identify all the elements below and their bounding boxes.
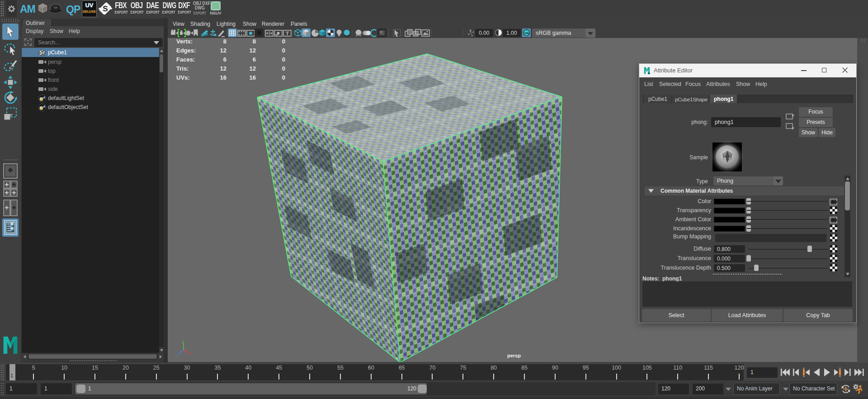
svg-text:ON: ON bbox=[524, 31, 529, 35]
svg-text:x: x bbox=[190, 352, 192, 356]
svg-text:y: y bbox=[182, 340, 184, 343]
svg-text:S: S bbox=[103, 5, 108, 13]
svg-text:T: T bbox=[286, 31, 289, 36]
svg-text:z: z bbox=[176, 353, 178, 357]
